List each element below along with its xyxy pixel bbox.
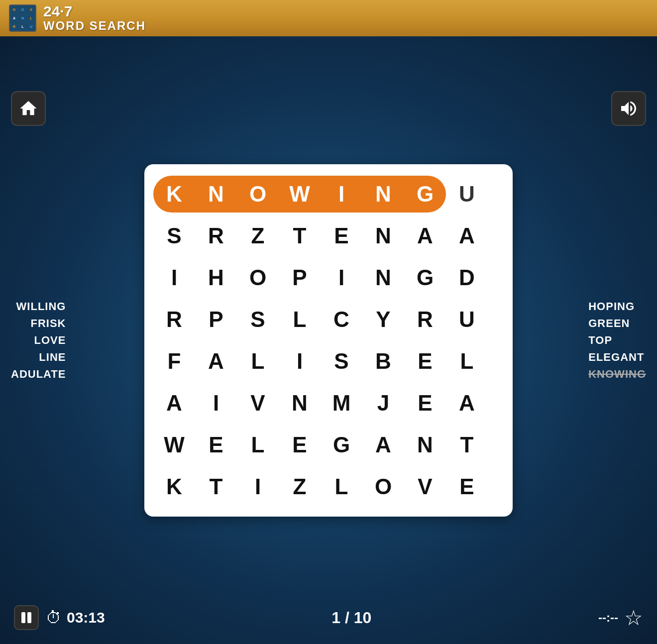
timer-section: ⏱ 03:13 xyxy=(46,609,105,627)
score-dashes: --:-- xyxy=(598,611,618,625)
home-button[interactable] xyxy=(11,91,46,126)
cell-6-3[interactable]: E xyxy=(279,424,321,466)
cell-3-1[interactable]: P xyxy=(195,299,237,340)
cell-2-3[interactable]: P xyxy=(279,257,321,299)
cell-1-4[interactable]: E xyxy=(321,215,362,257)
cell-2-7[interactable]: D xyxy=(446,257,488,299)
cell-5-6[interactable]: E xyxy=(404,382,446,424)
cell-7-0[interactable]: K xyxy=(153,466,195,508)
cell-1-7[interactable]: A xyxy=(446,215,488,257)
cell-3-6[interactable]: R xyxy=(404,299,446,340)
cell-4-0[interactable]: F xyxy=(153,340,195,382)
cell-6-6[interactable]: N xyxy=(404,424,446,466)
cell-5-4[interactable]: M xyxy=(321,382,362,424)
app-title: 24·7 WORD SEARCH xyxy=(43,4,146,33)
progress-display: 1 / 10 xyxy=(331,609,371,627)
cell-3-5[interactable]: Y xyxy=(362,299,404,340)
progress-section: 1 / 10 xyxy=(105,609,598,627)
app-logo: G O X A N L R L U xyxy=(9,4,36,32)
cell-0-7[interactable]: U xyxy=(446,173,488,215)
cell-0-3[interactable]: W xyxy=(279,173,321,215)
cell-4-5[interactable]: B xyxy=(362,340,404,382)
header: G O X A N L R L U 24·7 WORD SEARCH xyxy=(0,0,657,36)
cell-0-6[interactable]: G xyxy=(404,173,446,215)
cell-6-5[interactable]: A xyxy=(362,424,404,466)
cell-7-5[interactable]: O xyxy=(362,466,404,508)
cell-1-2[interactable]: Z xyxy=(237,215,279,257)
cell-2-6[interactable]: G xyxy=(404,257,446,299)
cell-5-1[interactable]: I xyxy=(195,382,237,424)
cell-7-4[interactable]: L xyxy=(321,466,362,508)
grid-row-3: RPSLCYRU xyxy=(153,299,504,340)
cell-2-1[interactable]: H xyxy=(195,257,237,299)
cell-6-1[interactable]: E xyxy=(195,424,237,466)
pause-button[interactable] xyxy=(14,605,39,630)
sound-button[interactable] xyxy=(611,91,646,126)
cell-1-0[interactable]: S xyxy=(153,215,195,257)
pause-icon-bar2 xyxy=(27,612,31,623)
cell-1-5[interactable]: N xyxy=(362,215,404,257)
right-word-4: KNOWING xyxy=(588,368,646,381)
cell-4-4[interactable]: S xyxy=(321,340,362,382)
cell-3-2[interactable]: S xyxy=(237,299,279,340)
pause-icon-bar1 xyxy=(21,612,25,623)
cell-4-7[interactable]: L xyxy=(446,340,488,382)
grid-row-7: KTIZLOVE xyxy=(153,466,504,508)
timer-display: 03:13 xyxy=(67,609,105,626)
cell-4-6[interactable]: E xyxy=(404,340,446,382)
cell-0-5[interactable]: N xyxy=(362,173,404,215)
cell-4-3[interactable]: I xyxy=(279,340,321,382)
right-word-2: TOP xyxy=(588,334,612,347)
left-word-3: LINE xyxy=(39,351,66,364)
cell-6-0[interactable]: W xyxy=(153,424,195,466)
cell-3-3[interactable]: L xyxy=(279,299,321,340)
cell-7-7[interactable]: E xyxy=(446,466,488,508)
cell-5-0[interactable]: A xyxy=(153,382,195,424)
clock-icon: ⏱ xyxy=(46,609,62,627)
main-area: WILLINGFRISKLOVELINEADULATE HOPINGGREENT… xyxy=(0,36,657,644)
cell-6-7[interactable]: T xyxy=(446,424,488,466)
cell-7-3[interactable]: Z xyxy=(279,466,321,508)
grid-row-0: KNOWINGU xyxy=(153,173,504,215)
cell-5-7[interactable]: A xyxy=(446,382,488,424)
home-icon xyxy=(18,99,38,118)
cell-0-2[interactable]: O xyxy=(237,173,279,215)
bottom-bar: ⏱ 03:13 1 / 10 --:-- ☆ xyxy=(0,605,657,630)
cell-0-1[interactable]: N xyxy=(195,173,237,215)
cell-3-0[interactable]: R xyxy=(153,299,195,340)
app-title-text: WORD SEARCH xyxy=(43,19,146,33)
cell-3-4[interactable]: C xyxy=(321,299,362,340)
cell-7-1[interactable]: T xyxy=(195,466,237,508)
cell-5-2[interactable]: V xyxy=(237,382,279,424)
right-word-3: ELEGANT xyxy=(588,351,644,364)
cell-5-5[interactable]: J xyxy=(362,382,404,424)
cell-6-2[interactable]: L xyxy=(237,424,279,466)
grid-row-2: IHOPINGD xyxy=(153,257,504,299)
grid-row-5: AIVNMJEA xyxy=(153,382,504,424)
star-icon[interactable]: ☆ xyxy=(624,606,643,630)
score-section: --:-- ☆ xyxy=(598,606,643,630)
cell-4-2[interactable]: L xyxy=(237,340,279,382)
cell-2-2[interactable]: O xyxy=(237,257,279,299)
left-word-0: WILLING xyxy=(16,300,66,313)
cell-2-4[interactable]: I xyxy=(321,257,362,299)
cell-4-1[interactable]: A xyxy=(195,340,237,382)
cell-2-5[interactable]: N xyxy=(362,257,404,299)
cell-1-1[interactable]: R xyxy=(195,215,237,257)
grid-row-4: FALISBEL xyxy=(153,340,504,382)
grid-row-1: SRZTENAA xyxy=(153,215,504,257)
left-word-2: LOVE xyxy=(34,334,66,347)
cell-7-6[interactable]: V xyxy=(404,466,446,508)
cell-1-3[interactable]: T xyxy=(279,215,321,257)
cell-6-4[interactable]: G xyxy=(321,424,362,466)
right-word-0: HOPING xyxy=(588,300,635,313)
cell-7-2[interactable]: I xyxy=(237,466,279,508)
cell-5-3[interactable]: N xyxy=(279,382,321,424)
cell-3-7[interactable]: U xyxy=(446,299,488,340)
cell-0-0[interactable]: K xyxy=(153,173,195,215)
cell-2-0[interactable]: I xyxy=(153,257,195,299)
word-search-grid[interactable]: KNOWINGUSRZTENAAIHOPINGDRPSLCYRUFALISBEL… xyxy=(144,164,513,517)
left-word-1: FRISK xyxy=(30,317,66,330)
cell-0-4[interactable]: I xyxy=(321,173,362,215)
cell-1-6[interactable]: A xyxy=(404,215,446,257)
